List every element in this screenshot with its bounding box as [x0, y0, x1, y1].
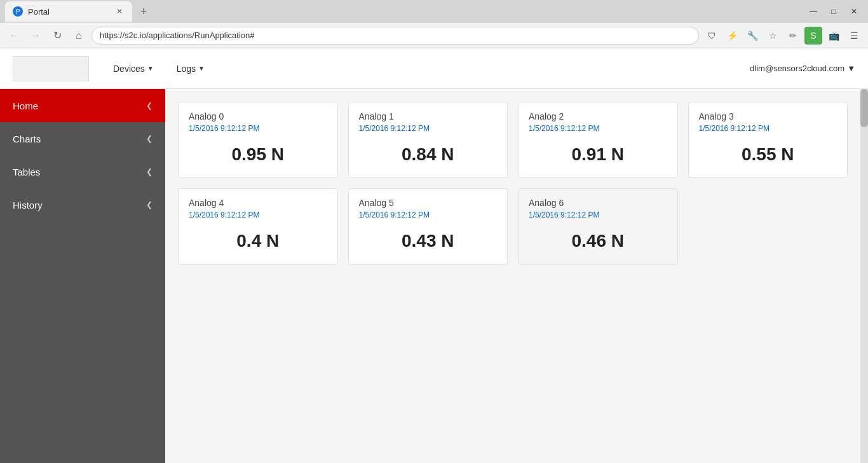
window-controls: — □ ✕: [804, 3, 863, 20]
devices-chevron-icon: ▼: [147, 65, 154, 72]
card-analog4-value: 0.4 N: [189, 231, 327, 251]
lightning-icon: ⚡: [723, 27, 741, 45]
cast-icon[interactable]: 📺: [825, 27, 843, 45]
sidebar-home-chevron-icon: ❮: [146, 101, 153, 110]
maximize-button[interactable]: □: [825, 3, 843, 20]
back-button[interactable]: ←: [5, 27, 23, 45]
sidebar: Home ❮ Charts ❮ Tables ❮ History ❮: [0, 89, 165, 463]
card-analog2: Analog 2 1/5/2016 9:12:12 PM 0.91 N: [518, 102, 678, 178]
card-analog0-title: Analog 0: [189, 111, 327, 121]
logs-menu[interactable]: Logs ▼: [172, 61, 210, 76]
sidebar-history-chevron-icon: ❮: [146, 200, 153, 209]
sidebar-charts-label: Charts: [13, 134, 41, 144]
card-analog4: Analog 4 1/5/2016 9:12:12 PM 0.4 N: [178, 188, 338, 265]
card-analog3-value: 0.55 N: [699, 144, 837, 165]
close-button[interactable]: ✕: [845, 3, 863, 20]
card-analog5: Analog 5 1/5/2016 9:12:12 PM 0.43 N: [348, 188, 508, 265]
card-analog1-timestamp: 1/5/2016 9:12:12 PM: [359, 124, 498, 133]
card-analog6-timestamp: 1/5/2016 9:12:12 PM: [529, 211, 667, 219]
active-tab[interactable]: P Portal ✕: [5, 1, 132, 22]
card-analog0-value: 0.95 N: [189, 144, 327, 165]
card-analog6-value: 0.46 N: [529, 231, 667, 251]
empty-card-slot: [688, 188, 848, 265]
sidebar-charts-chevron-icon: ❮: [146, 134, 153, 143]
sidebar-tables-chevron-icon: ❮: [146, 167, 153, 176]
card-analog3-timestamp: 1/5/2016 9:12:12 PM: [699, 124, 837, 133]
content-area: Analog 0 1/5/2016 9:12:12 PM 0.95 N Anal…: [165, 89, 860, 463]
tab-label: Portal: [28, 7, 50, 17]
logs-label: Logs: [177, 64, 196, 74]
pen-icon[interactable]: ✏: [784, 27, 802, 45]
sidebar-history-label: History: [13, 200, 43, 211]
menu-icon[interactable]: ☰: [845, 27, 863, 45]
tab-close-button[interactable]: ✕: [114, 6, 125, 17]
nav-links: Devices ▼ Logs ▼: [108, 61, 210, 76]
tab-favicon: P: [13, 6, 23, 17]
forward-button[interactable]: →: [27, 27, 44, 45]
card-analog3: Analog 3 1/5/2016 9:12:12 PM 0.55 N: [688, 102, 848, 178]
card-analog0-timestamp: 1/5/2016 9:12:12 PM: [189, 124, 327, 133]
card-analog1-title: Analog 1: [359, 111, 498, 121]
sidebar-home-label: Home: [13, 100, 38, 111]
card-analog2-timestamp: 1/5/2016 9:12:12 PM: [529, 124, 667, 133]
card-analog5-value: 0.43 N: [359, 231, 498, 251]
devices-menu[interactable]: Devices ▼: [108, 61, 159, 76]
card-analog5-timestamp: 1/5/2016 9:12:12 PM: [359, 211, 498, 219]
ext-icon1[interactable]: 🔧: [743, 27, 761, 45]
sidebar-item-tables[interactable]: Tables ❮: [0, 155, 165, 188]
shield-icon: 🛡: [703, 27, 721, 45]
card-analog6-title: Analog 6: [529, 198, 667, 208]
user-email: dlim@sensors2cloud.com: [750, 64, 844, 73]
card-analog1: Analog 1 1/5/2016 9:12:12 PM 0.84 N: [348, 102, 508, 178]
sidebar-item-charts[interactable]: Charts ❮: [0, 122, 165, 155]
card-analog6: Analog 6 1/5/2016 9:12:12 PM 0.46 N: [518, 188, 678, 265]
card-analog2-title: Analog 2: [529, 111, 667, 121]
ext-icon2[interactable]: S: [804, 27, 822, 45]
home-button[interactable]: ⌂: [70, 27, 88, 45]
app-container: Devices ▼ Logs ▼ dlim@sensors2cloud.com …: [0, 48, 868, 463]
user-menu[interactable]: dlim@sensors2cloud.com ▼: [750, 64, 855, 73]
address-input[interactable]: https://s2c.io/applications/RunApplicati…: [92, 27, 699, 45]
url-display: https://s2c.io/applications/RunApplicati…: [100, 31, 255, 40]
logo: [13, 56, 89, 81]
card-analog5-title: Analog 5: [359, 198, 498, 208]
minimize-button[interactable]: —: [804, 3, 822, 20]
sidebar-tables-label: Tables: [13, 167, 40, 177]
refresh-button[interactable]: ↻: [48, 27, 66, 45]
tab-bar: P Portal ✕ + — □ ✕: [0, 0, 868, 23]
toolbar-icons: 🛡 ⚡ 🔧 ☆ ✏ S 📺 ☰: [703, 27, 863, 45]
top-navbar: Devices ▼ Logs ▼ dlim@sensors2cloud.com …: [0, 48, 868, 89]
card-analog3-title: Analog 3: [699, 111, 837, 121]
logs-chevron-icon: ▼: [198, 65, 205, 72]
new-tab-button[interactable]: +: [135, 3, 153, 20]
user-menu-chevron-icon: ▼: [847, 64, 855, 73]
card-analog1-value: 0.84 N: [359, 144, 498, 165]
sidebar-item-history[interactable]: History ❮: [0, 188, 165, 221]
card-analog2-value: 0.91 N: [529, 144, 667, 165]
card-analog4-timestamp: 1/5/2016 9:12:12 PM: [189, 211, 327, 219]
card-analog4-title: Analog 4: [189, 198, 327, 208]
scrollbar-track[interactable]: [860, 89, 868, 463]
address-bar-row: ← → ↻ ⌂ https://s2c.io/applications/RunA…: [0, 23, 868, 48]
cards-row1: Analog 0 1/5/2016 9:12:12 PM 0.95 N Anal…: [178, 102, 848, 178]
sidebar-item-home[interactable]: Home ❮: [0, 89, 165, 122]
devices-label: Devices: [113, 64, 145, 74]
star-icon[interactable]: ☆: [764, 27, 782, 45]
main-body: Home ❮ Charts ❮ Tables ❮ History ❮: [0, 89, 868, 463]
card-analog0: Analog 0 1/5/2016 9:12:12 PM 0.95 N: [178, 102, 338, 178]
cards-row2: Analog 4 1/5/2016 9:12:12 PM 0.4 N Analo…: [178, 188, 848, 265]
scrollbar-thumb[interactable]: [860, 89, 868, 127]
